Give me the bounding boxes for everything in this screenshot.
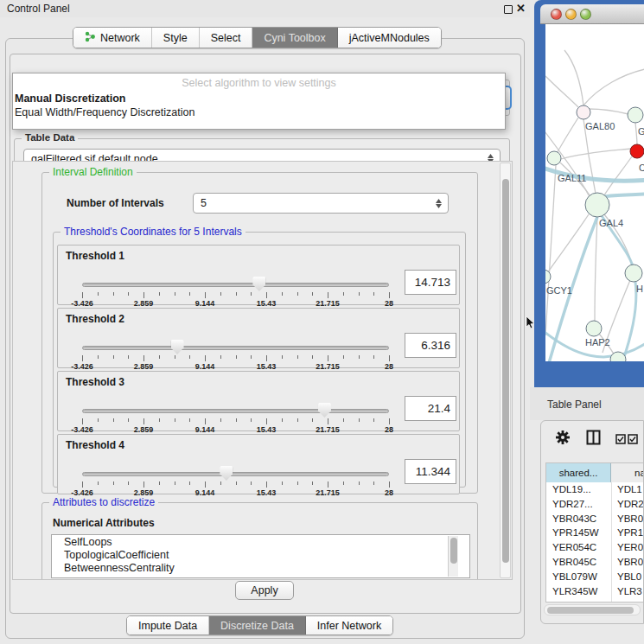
node-table[interactable]: shared...na YDL19...YDL1YDR27...YDR2YBR0… xyxy=(545,462,644,603)
threshold-3-label: Threshold 3 xyxy=(66,376,124,388)
threshold-2-slider[interactable]: -3.4262.8599.14415.4321.71528 xyxy=(82,337,389,367)
threshold-1-slider[interactable]: -3.4262.8599.14415.4321.71528 xyxy=(82,274,389,303)
settings-scroll-viewport: Interval Definition Number of Intervals … xyxy=(12,161,513,580)
tick-label: 28 xyxy=(385,299,393,308)
network-edge[interactable] xyxy=(545,165,556,335)
network-edge[interactable] xyxy=(589,109,628,114)
combo-stepper-icon xyxy=(436,194,442,213)
tick-label: 21.715 xyxy=(316,425,340,434)
network-node[interactable] xyxy=(625,265,642,282)
numerical-attributes-list[interactable]: SelfLoopsTopologicalCoefficientBetweenne… xyxy=(51,534,470,578)
tab-style[interactable]: Style xyxy=(152,28,200,48)
table-row[interactable]: YPR145WYPR1 xyxy=(546,526,644,540)
slider-thumb[interactable] xyxy=(318,403,331,418)
bottom-tab-impute-data[interactable]: Impute Data xyxy=(127,616,209,634)
table-row[interactable]: YBR045CYBR0 xyxy=(546,555,644,570)
table-panel-title: Table Panel xyxy=(547,399,602,411)
attribute-item-betweennesscentrality[interactable]: BetweennessCentrality xyxy=(52,561,469,574)
tick-label: 9.144 xyxy=(195,299,215,308)
network-node[interactable] xyxy=(585,193,609,217)
network-node[interactable] xyxy=(577,105,590,119)
apply-button[interactable]: Apply xyxy=(235,581,294,600)
table-row[interactable]: YBR043CYBR0 xyxy=(546,512,644,526)
table-row[interactable]: YBL079WYBL0 xyxy=(546,570,644,584)
threshold-4-value-field[interactable]: 11.344 xyxy=(405,459,456,484)
threshold-3-value-field[interactable]: 21.4 xyxy=(405,396,456,421)
network-edge-highlighted[interactable] xyxy=(603,194,644,197)
node-label-gal11: GAL11 xyxy=(558,173,586,183)
zoom-light-icon[interactable] xyxy=(580,9,591,20)
threshold-1-panel: Threshold 1-3.4262.8599.14415.4321.71528… xyxy=(57,245,460,305)
checkbox-icon[interactable] xyxy=(615,432,626,448)
table-row[interactable]: YDR27...YDR2 xyxy=(546,497,644,512)
slider-track[interactable] xyxy=(82,283,389,287)
threshold-4-slider[interactable]: -3.4262.8599.14415.4321.71528 xyxy=(82,463,389,493)
network-edge[interactable] xyxy=(604,156,632,195)
slider-track[interactable] xyxy=(82,472,389,476)
threshold-1-value-field[interactable]: 14.713 xyxy=(405,270,456,295)
tick-label: -3.426 xyxy=(71,425,93,434)
settings-gear-icon[interactable] xyxy=(555,430,571,449)
threshold-3-panel: Threshold 3-3.4262.8599.14415.4321.71528… xyxy=(57,371,460,431)
tick-label: 28 xyxy=(385,362,393,371)
number-of-intervals-combo[interactable]: 5 xyxy=(193,193,449,214)
minimize-light-icon[interactable] xyxy=(565,9,577,20)
network-edge[interactable] xyxy=(547,214,589,273)
slider-track[interactable] xyxy=(82,346,389,350)
slider-thumb[interactable] xyxy=(220,466,233,481)
bottom-tab-discretize-data[interactable]: Discretize Data xyxy=(209,616,306,634)
table-row[interactable]: YDL19...YDL1 xyxy=(546,482,644,497)
tab-cyni-toolbox[interactable]: Cyni Toolbox xyxy=(252,28,337,48)
threshold-3-slider[interactable]: -3.4262.8599.14415.4321.71528 xyxy=(82,400,389,430)
table-row[interactable]: YER054CYER0 xyxy=(546,540,644,555)
attributes-list-scrollbar[interactable] xyxy=(448,536,458,577)
tick-label: 15.43 xyxy=(257,488,277,497)
tick-label: 21.715 xyxy=(316,299,340,308)
tab-network[interactable]: Network xyxy=(73,28,152,48)
threshold-4-label: Threshold 4 xyxy=(66,439,124,451)
slider-track[interactable] xyxy=(82,409,389,413)
network-edge[interactable] xyxy=(561,149,631,159)
node-label-hap2: HAP2 xyxy=(585,337,610,348)
network-edge[interactable] xyxy=(583,69,644,105)
tab-jactivemnodules[interactable]: jActiveMNodules xyxy=(338,28,441,48)
network-edge[interactable] xyxy=(635,123,637,145)
tick-label: 15.43 xyxy=(257,362,277,371)
algorithm-option-equal-width-frequency-discretization[interactable]: Equal Width/Frequency Discretization xyxy=(15,106,194,118)
table-row[interactable]: YLR345WYLR3 xyxy=(546,584,644,599)
float-window-icon[interactable] xyxy=(504,5,513,14)
slider-thumb[interactable] xyxy=(252,277,265,291)
table-row[interactable]: YIL052CYIL0 xyxy=(546,598,644,603)
network-node[interactable] xyxy=(628,107,643,123)
close-icon[interactable]: ✕ xyxy=(516,2,526,15)
node-label-gal80: GAL80 xyxy=(585,121,615,131)
attribute-item-selfloops[interactable]: SelfLoops xyxy=(52,535,469,548)
bottom-tab-infer-network[interactable]: Infer Network xyxy=(306,616,392,634)
close-light-icon[interactable] xyxy=(551,9,562,20)
network-node[interactable] xyxy=(547,151,561,165)
table-horizontal-scrollbar[interactable] xyxy=(544,604,641,615)
threshold-4-panel: Threshold 4-3.4262.8599.14415.4321.71528… xyxy=(57,434,460,494)
split-columns-icon[interactable] xyxy=(586,430,601,449)
network-edge[interactable] xyxy=(595,217,597,321)
node-label-h: H xyxy=(636,284,643,294)
network-canvas[interactable]: GAL80GACGAL11GAL4HGCY1HAP2 xyxy=(545,24,644,361)
checkbox-icon[interactable] xyxy=(628,432,638,448)
slider-thumb[interactable] xyxy=(171,340,184,354)
settings-vertical-scrollbar[interactable] xyxy=(500,163,511,578)
column-header-na[interactable]: na xyxy=(611,463,644,482)
algorithm-option-manual-discretization[interactable]: Manual Discretization xyxy=(15,92,126,105)
threshold-2-value-field[interactable]: 6.316 xyxy=(405,333,456,358)
attribute-item-topologicalcoefficient[interactable]: TopologicalCoefficient xyxy=(52,548,469,561)
node-label-gal4: GAL4 xyxy=(599,218,623,228)
number-of-intervals-value: 5 xyxy=(201,197,207,209)
network-edge[interactable] xyxy=(545,76,578,107)
network-node-selected[interactable] xyxy=(630,144,644,158)
tab-select[interactable]: Select xyxy=(200,28,253,48)
network-node[interactable] xyxy=(586,321,602,336)
threshold-2-panel: Threshold 2-3.4262.8599.14415.4321.71528… xyxy=(57,308,460,368)
tick-label: 9.144 xyxy=(195,425,215,434)
column-header-shared[interactable]: shared... xyxy=(546,463,611,482)
network-edge[interactable] xyxy=(558,118,578,152)
table-panel: shared...na YDL19...YDL1YDR27...YDR2YBR0… xyxy=(540,420,644,624)
